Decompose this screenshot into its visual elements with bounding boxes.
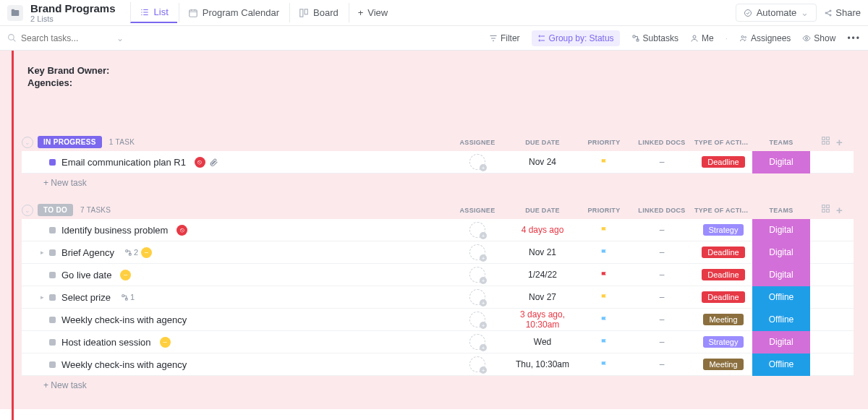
status-square[interactable] (49, 361, 56, 368)
collapse-button[interactable]: ⌄ (22, 205, 33, 216)
subtask-count[interactable]: 2 (124, 248, 138, 257)
show-button[interactable]: Show (802, 33, 835, 43)
automate-button[interactable]: Automate ⌄ (736, 4, 817, 22)
subtask-count[interactable]: 1 (121, 293, 135, 301)
docs-cell[interactable]: – (629, 337, 694, 347)
assignee-cell[interactable] (448, 334, 506, 350)
task-row[interactable]: Identify business problem⦸4 days ago–Str… (22, 219, 854, 241)
col-due[interactable]: DUE DATE (506, 139, 579, 146)
add-view-button[interactable]: + View (349, 3, 397, 22)
team-cell[interactable]: Digital (752, 151, 810, 173)
task-name[interactable]: Identify business problem (61, 225, 168, 236)
tab-calendar[interactable]: Program Calendar (179, 3, 288, 22)
activity-cell[interactable]: Deadline (694, 269, 752, 280)
task-row[interactable]: ▸Select prize1Nov 27–DeadlineOffline (22, 286, 854, 309)
team-cell[interactable]: Digital (752, 241, 810, 264)
more-button[interactable]: ••• (847, 33, 861, 43)
docs-cell[interactable]: – (629, 225, 694, 235)
status-square[interactable] (49, 159, 56, 166)
team-cell[interactable]: Offline (752, 309, 810, 331)
team-cell[interactable]: Offline (752, 353, 810, 376)
due-cell[interactable]: Wed (506, 337, 579, 347)
due-cell[interactable]: Nov 24 (506, 157, 579, 167)
task-row[interactable]: Weekly check-ins with agencyThu, 10:30am… (22, 353, 854, 376)
add-column-button[interactable]: + (836, 136, 843, 148)
col-docs[interactable]: LINKED DOCS (629, 207, 694, 214)
me-button[interactable]: Me (690, 33, 714, 43)
tab-list[interactable]: List (130, 2, 177, 23)
chevron-down-icon[interactable]: ⌄ (116, 33, 124, 43)
priority-cell[interactable] (579, 315, 629, 325)
status-square[interactable] (49, 249, 56, 256)
tab-board[interactable]: Board (289, 3, 347, 22)
status-square[interactable] (49, 317, 56, 323)
share-button[interactable]: Share (824, 7, 861, 18)
task-name[interactable]: Go live date (61, 270, 111, 280)
task-name[interactable]: Host ideation session (61, 337, 151, 348)
due-cell[interactable]: Nov 21 (506, 247, 579, 257)
activity-cell[interactable]: Strategy (694, 336, 752, 348)
status-chip[interactable]: TO DO (38, 204, 73, 216)
grid-icon[interactable] (821, 204, 830, 213)
col-teams[interactable]: TEAMS (752, 207, 810, 214)
task-row[interactable]: Go live date–1/24/22–DeadlineDigital (22, 264, 854, 286)
activity-cell[interactable]: Deadline (694, 247, 752, 258)
subtasks-button[interactable]: Subtasks (631, 33, 678, 43)
due-cell[interactable]: 4 days ago (506, 225, 579, 235)
task-row[interactable]: Weekly check-ins with agency3 days ago, … (22, 309, 854, 331)
team-cell[interactable]: Offline (752, 286, 810, 309)
priority-cell[interactable] (579, 360, 629, 369)
task-name[interactable]: Weekly check-ins with agency (61, 359, 187, 370)
team-cell[interactable]: Digital (752, 331, 810, 353)
filter-button[interactable]: Filter (489, 33, 520, 43)
due-cell[interactable]: 1/24/22 (506, 270, 579, 280)
assignee-cell[interactable] (448, 244, 506, 260)
task-row[interactable]: Host ideation session–Wed–StrategyDigita… (22, 331, 854, 353)
priority-cell[interactable] (579, 158, 629, 167)
status-square[interactable] (49, 294, 56, 301)
team-cell[interactable]: Digital (752, 264, 810, 286)
activity-cell[interactable]: Deadline (694, 156, 752, 168)
search-input[interactable] (21, 33, 108, 43)
status-square[interactable] (49, 339, 56, 346)
col-priority[interactable]: PRIORITY (579, 207, 629, 214)
due-cell[interactable]: 3 days ago, 10:30am (506, 309, 579, 330)
col-activity[interactable]: TYPE OF ACTIVI… (694, 207, 752, 214)
task-name[interactable]: Brief Agency (61, 247, 114, 258)
docs-cell[interactable]: – (629, 314, 694, 325)
activity-cell[interactable]: Meeting (694, 359, 752, 370)
status-chip[interactable]: IN PROGRESS (38, 136, 102, 148)
collapse-button[interactable]: ⌄ (22, 137, 33, 148)
expand-button[interactable]: ▸ (41, 293, 48, 301)
docs-cell[interactable]: – (629, 292, 694, 302)
col-due[interactable]: DUE DATE (506, 207, 579, 214)
task-row[interactable]: ▸Brief Agency2–Nov 21–DeadlineDigital (22, 241, 854, 264)
due-cell[interactable]: Thu, 10:30am (506, 359, 579, 369)
col-teams[interactable]: TEAMS (752, 139, 810, 146)
add-column-button[interactable]: + (836, 204, 843, 216)
task-name[interactable]: Email communication plan R1 (61, 157, 186, 168)
assignee-cell[interactable] (448, 222, 506, 238)
col-activity[interactable]: TYPE OF ACTIVI… (694, 139, 752, 146)
priority-cell[interactable] (579, 338, 629, 347)
folder-icon[interactable] (7, 5, 23, 21)
priority-cell[interactable] (579, 293, 629, 302)
team-cell[interactable]: Digital (752, 219, 810, 241)
activity-cell[interactable]: Deadline (694, 291, 752, 303)
col-docs[interactable]: LINKED DOCS (629, 139, 694, 146)
new-task-button[interactable]: + New task (22, 376, 854, 395)
due-cell[interactable]: Nov 27 (506, 292, 579, 302)
task-name[interactable]: Weekly check-ins with agency (61, 314, 187, 325)
docs-cell[interactable]: – (629, 359, 694, 369)
priority-cell[interactable] (579, 248, 629, 257)
docs-cell[interactable]: – (629, 270, 694, 280)
assignee-cell[interactable] (448, 154, 506, 170)
new-task-button[interactable]: + New task (22, 173, 854, 192)
assignee-cell[interactable] (448, 312, 506, 327)
priority-cell[interactable] (579, 270, 629, 280)
activity-cell[interactable]: Meeting (694, 314, 752, 325)
task-name[interactable]: Select prize (61, 292, 111, 303)
grid-icon[interactable] (821, 136, 830, 145)
assignee-cell[interactable] (448, 267, 506, 283)
assignees-button[interactable]: Assignees (739, 33, 791, 43)
